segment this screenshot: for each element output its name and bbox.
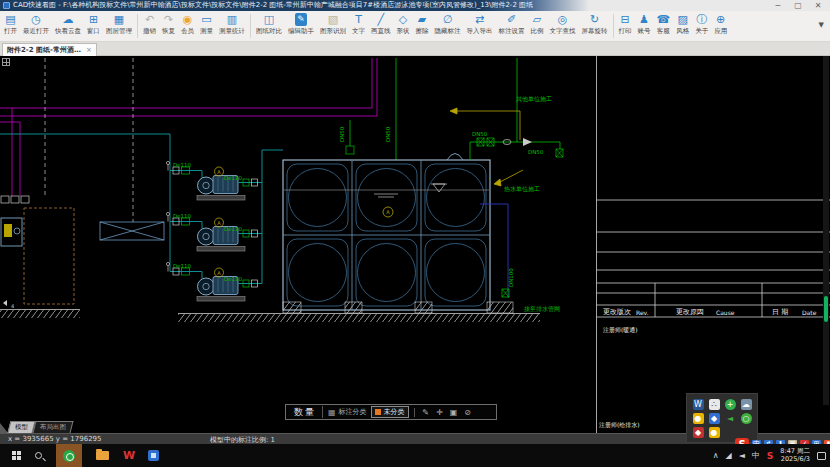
active-app-highlight[interactable]: [56, 444, 82, 467]
svg-text:De110: De110: [224, 175, 243, 181]
equipment-boundary: [24, 208, 74, 304]
taskbar: W ∧ ◢ ◄ 中 S 8:47 周二 2025/6/3: [0, 444, 830, 467]
maximize-button[interactable]: ▢: [790, 0, 806, 11]
move-icon[interactable]: ✛: [433, 408, 447, 417]
toolbar-button-print[interactable]: ⊟打印: [616, 13, 635, 36]
annotation-settings-icon: ✐: [507, 13, 516, 26]
toolbar-button-open[interactable]: ▤打开: [1, 13, 20, 36]
toolbar-button-vip[interactable]: ◉会员: [178, 13, 197, 36]
svg-text:De110: De110: [224, 226, 243, 232]
recent-icon: ◷: [31, 13, 41, 26]
supply-pipe-dn50: DN50 DN50 其他单位施工: [470, 58, 563, 160]
sogou-tray-icon[interactable]: S: [767, 451, 773, 461]
toolbar-button-measure[interactable]: ▭测量: [197, 13, 216, 36]
scale-icon: ▱: [533, 13, 541, 26]
toolbar-button-scale[interactable]: ▱比例: [528, 13, 547, 36]
toolbar-button-about[interactable]: ⓘ关于: [692, 13, 711, 36]
svg-text:De110: De110: [173, 162, 192, 168]
toolbar-overflow-arrow[interactable]: ▼: [819, 21, 824, 29]
word-icon[interactable]: W: [693, 399, 704, 410]
drawing-canvas[interactable]: A: [0, 56, 830, 433]
piping-diagram: De110 De110 De110 De110 De110 De110 DN50…: [0, 56, 830, 433]
canvas-area[interactable]: A: [0, 56, 830, 433]
window-title: CAD快速看图 - F:\各种机构投标文件\常州新中翰酒店\投标文件\投标文件\…: [13, 0, 533, 11]
tab-layout[interactable]: 布局出图: [33, 421, 74, 433]
toolbar-button-shape-recognition[interactable]: ▧图形识别: [317, 13, 349, 36]
file-explorer-icon[interactable]: [96, 451, 109, 460]
copy-icon[interactable]: ▣: [447, 408, 461, 417]
lock2-icon[interactable]: ●: [709, 427, 720, 438]
toolbar-button-hide-annotation[interactable]: ∅隐藏标注: [432, 13, 464, 36]
tray-overflow-popup: W ∴ + ☁ ● ◆ ◄ ○ ◆ ●: [686, 393, 758, 443]
vip-icon: ◉: [183, 13, 193, 26]
network-icon[interactable]: ◢: [726, 451, 732, 460]
titlebar[interactable]: CAD快速看图 - F:\各种机构投标文件\常州新中翰酒店\投标文件\投标文件\…: [0, 0, 830, 11]
svg-text:更改原因: 更改原因: [676, 308, 704, 316]
vertical-scrollbar[interactable]: [823, 56, 829, 405]
svg-text:De110: De110: [173, 213, 192, 219]
section-mark: [3, 300, 7, 306]
green-app-icon[interactable]: ○: [741, 413, 752, 424]
svg-text:注册师(暖通): 注册师(暖通): [603, 326, 638, 334]
edit-icon[interactable]: ✎: [419, 408, 433, 417]
svg-text:DN50: DN50: [385, 126, 391, 142]
undo-icon: ↶: [145, 13, 154, 26]
toolbar-button-customer-service[interactable]: ☎客服: [654, 13, 674, 36]
pump-group: De110 De110 De110 De110 De110 De110: [166, 161, 262, 301]
taskbar-clock[interactable]: 8:47 周二 2025/6/3: [780, 448, 810, 463]
erase-icon: ▰: [418, 13, 426, 26]
close-button[interactable]: ✕: [810, 0, 826, 11]
toolbar-button-text-search[interactable]: ◎文字查找: [547, 13, 579, 36]
blue-app-icon[interactable]: [148, 450, 159, 461]
tab-model[interactable]: 模型: [8, 421, 36, 433]
toolbar-button-shape[interactable]: ◇形状: [394, 13, 413, 36]
delete-icon[interactable]: ⊘: [461, 408, 475, 417]
toolbar-button-account[interactable]: ♟账号: [635, 13, 654, 36]
toolbar-button-redo[interactable]: ↷恢复: [159, 13, 178, 36]
file-tab-label: 附件2-2 图纸-常州酒…: [7, 45, 81, 55]
wps-icon[interactable]: W: [123, 450, 134, 461]
toolbar-button-annotation-settings[interactable]: ✐标注设置: [496, 13, 528, 36]
coin-icon[interactable]: +: [725, 399, 736, 410]
toolbar-button-edit-assistant[interactable]: ✎编辑助手: [285, 13, 317, 36]
search-icon[interactable]: [35, 452, 42, 459]
canvas-origin-icon: [2, 58, 10, 66]
text-icon: T: [355, 13, 362, 26]
toolbar-button-apps[interactable]: ⊕应用: [711, 13, 730, 36]
leaf-icon[interactable]: ◄: [725, 413, 736, 424]
import-export-icon: ⇄: [475, 13, 484, 26]
tray-expand-icon[interactable]: ∧: [713, 451, 719, 460]
toolbar-button-style[interactable]: ▨风格: [673, 13, 692, 36]
quantity-title: 数量: [286, 406, 322, 419]
print-icon: ⊟: [620, 13, 629, 26]
lock-icon[interactable]: ●: [693, 413, 704, 424]
toolbar-button-cloud-drive[interactable]: ☁快看云盘: [52, 13, 84, 36]
shield-icon[interactable]: ◆: [709, 413, 720, 424]
toolbar-button-draw-line[interactable]: ╱画直线: [368, 13, 394, 36]
toolbar-button-text[interactable]: T文字: [349, 13, 368, 36]
toolbar-button-screen-rotate[interactable]: ↻屏幕旋转: [579, 13, 611, 36]
toolbar-button-measure-stats[interactable]: ▥测量统计: [216, 13, 248, 36]
ime-lang-icon[interactable]: 中: [752, 450, 760, 461]
file-tab[interactable]: 附件2-2 图纸-常州酒… ×: [2, 43, 97, 56]
start-button[interactable]: [12, 451, 21, 460]
toolbar-button-recent-open[interactable]: ◷最近打开: [20, 13, 52, 36]
scrollbar-thumb[interactable]: [824, 296, 828, 322]
toolbar-button-erase[interactable]: ▰擦除: [413, 13, 432, 36]
security-shield-icon[interactable]: ◆: [693, 427, 704, 438]
file-tab-close-icon[interactable]: ×: [86, 46, 92, 54]
classification-dropdown[interactable]: 未分类: [371, 406, 409, 418]
minimize-button[interactable]: ─: [770, 0, 786, 11]
toolbar-button-layer-manager[interactable]: ▦图层管理: [103, 13, 135, 36]
cloud-tray-icon[interactable]: ☁: [741, 399, 752, 410]
toolbar-button-undo[interactable]: ↶撤销: [140, 13, 159, 36]
dice-icon[interactable]: ∴: [709, 399, 720, 410]
volume-icon[interactable]: ◄: [739, 451, 745, 460]
toolbar-button-import-export[interactable]: ⇄导入导出: [464, 13, 496, 36]
measure-stats-icon: ▥: [227, 13, 237, 26]
toolbar-button-window[interactable]: ⊞窗口: [84, 13, 103, 36]
svg-text:Rev.: Rev.: [636, 309, 649, 316]
toolbar-button-drawing-compare[interactable]: ◫图纸对比: [253, 13, 285, 36]
notification-center-icon[interactable]: [817, 452, 826, 460]
classify-grid-icon: ▦: [323, 408, 339, 417]
